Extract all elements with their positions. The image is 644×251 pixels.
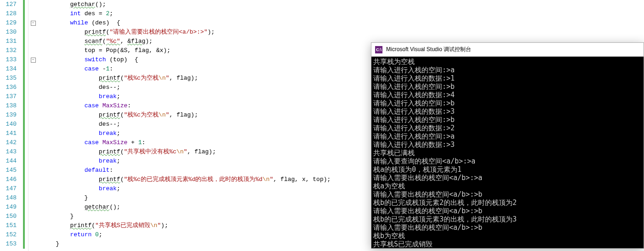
fold-cell (28, 239, 38, 249)
change-bar (23, 28, 25, 37)
line-number: 152 (0, 230, 17, 239)
line-number: 129 (0, 18, 17, 28)
fold-cell (28, 74, 38, 83)
console-line: 请输入需要出栈的栈空间<a/b>:>b (373, 207, 642, 215)
line-number: 135 (0, 74, 17, 83)
line-number: 143 (0, 147, 17, 157)
change-bar (23, 92, 25, 101)
fold-cell (28, 212, 38, 221)
change-bar (23, 111, 25, 120)
fold-cell (28, 28, 38, 37)
change-tracker (19, 0, 28, 251)
console-icon: C:\ (375, 46, 382, 53)
console-line: 请输入要查询的栈空间<a/b>:>a (373, 157, 642, 165)
fold-cell (28, 203, 38, 212)
line-number: 136 (0, 83, 17, 92)
line-number: 132 (0, 46, 17, 55)
line-number: 151 (0, 221, 17, 230)
line-number: 153 (0, 239, 17, 249)
fold-cell (28, 64, 38, 74)
debug-console-window[interactable]: C:\ Microsoft Visual Studio 调试控制台 共享栈为空栈… (371, 42, 644, 249)
change-bar (23, 230, 25, 239)
fold-cell (28, 175, 38, 184)
fold-cell (28, 0, 38, 9)
fold-cell (28, 157, 38, 166)
line-number: 146 (0, 175, 17, 184)
fold-cell (28, 83, 38, 92)
console-line: 请输入进行入栈的数据:>2 (373, 124, 642, 132)
fold-cell (28, 129, 38, 138)
console-title: Microsoft Visual Studio 调试控制台 (386, 46, 471, 53)
line-number: 130 (0, 28, 17, 37)
change-bar (23, 184, 25, 193)
line-number: 140 (0, 120, 17, 129)
fold-cell (28, 147, 38, 157)
fold-cell (28, 120, 38, 129)
line-number: 150 (0, 212, 17, 221)
console-line: 请输入进行入栈的数据:>3 (373, 107, 642, 116)
change-bar (23, 129, 25, 138)
fold-cell (28, 92, 38, 101)
fold-cell[interactable]: − (28, 55, 38, 64)
fold-cell (28, 221, 38, 230)
fold-cell (28, 138, 38, 147)
console-line: 请输入需要出栈的栈空间<a/b>:>b (373, 223, 642, 232)
line-number: 139 (0, 111, 17, 120)
code-line[interactable]: int des = 2; (41, 9, 644, 18)
line-number: 145 (0, 166, 17, 175)
code-line[interactable]: getchar(); (41, 0, 644, 9)
line-number: 149 (0, 203, 17, 212)
fold-cell (28, 9, 38, 18)
console-line: 栈a的栈顶为0，栈顶元素为1 (373, 165, 642, 174)
console-line: 请输入进行入栈的空间:>b (373, 116, 642, 124)
fold-cell (28, 46, 38, 55)
console-line: 请输入进行入栈的空间:>b (373, 99, 642, 107)
line-number-gutter: 1271281291301311321331341351361371381391… (0, 0, 19, 251)
change-bar (23, 239, 25, 249)
change-bar (23, 74, 25, 83)
line-number: 138 (0, 101, 17, 111)
console-line: 共享栈为空栈 (373, 58, 642, 66)
fold-cell (28, 37, 38, 46)
line-number: 127 (0, 0, 17, 9)
change-bar (23, 193, 25, 203)
console-line: 请输入需要出栈的栈空间<a/b>:>b (373, 190, 642, 198)
console-line: 栈a为空栈 (373, 182, 642, 190)
console-output[interactable]: 共享栈为空栈请输入进行入栈的空间:>a请输入进行入栈的数据:>1请输入进行入栈的… (371, 57, 644, 249)
line-number: 141 (0, 129, 17, 138)
fold-cell (28, 111, 38, 120)
fold-cell[interactable]: − (28, 18, 38, 28)
console-line: 请输入进行入栈的空间:>a (373, 66, 642, 74)
line-number: 147 (0, 184, 17, 193)
line-number: 148 (0, 193, 17, 203)
fold-cell (28, 193, 38, 203)
change-bar (23, 166, 25, 175)
console-line: 栈b的已完成栈顶元素3的出栈，此时的栈顶为3 (373, 215, 642, 223)
change-bar (23, 157, 25, 166)
code-line[interactable]: printf("请输入需要出栈的栈空间<a/b>:>"); (41, 28, 644, 37)
change-bar (23, 37, 25, 46)
console-titlebar[interactable]: C:\ Microsoft Visual Studio 调试控制台 (371, 43, 644, 57)
fold-cell (28, 166, 38, 175)
console-line: 栈b为空栈 (373, 232, 642, 240)
fold-toggle-icon[interactable]: − (31, 21, 36, 26)
line-number: 134 (0, 64, 17, 74)
console-line: 请输入需要出栈的栈空间<a/b>:>a (373, 174, 642, 182)
change-bar (23, 64, 25, 74)
change-bar (23, 147, 25, 157)
change-bar (23, 0, 25, 9)
change-bar (23, 221, 25, 230)
code-line[interactable]: while (des) { (41, 18, 644, 28)
change-bar (23, 138, 25, 147)
change-bar (23, 212, 25, 221)
change-bar (23, 9, 25, 18)
console-line: 请输入进行入栈的空间:>b (373, 82, 642, 91)
fold-toggle-icon[interactable]: − (31, 58, 36, 63)
change-bar (23, 55, 25, 64)
console-line: 请输入进行入栈的数据:>4 (373, 91, 642, 99)
line-number: 137 (0, 92, 17, 101)
change-bar (23, 83, 25, 92)
line-number: 131 (0, 37, 17, 46)
console-line: 请输入进行入栈的数据:>1 (373, 74, 642, 82)
change-bar (23, 203, 25, 212)
